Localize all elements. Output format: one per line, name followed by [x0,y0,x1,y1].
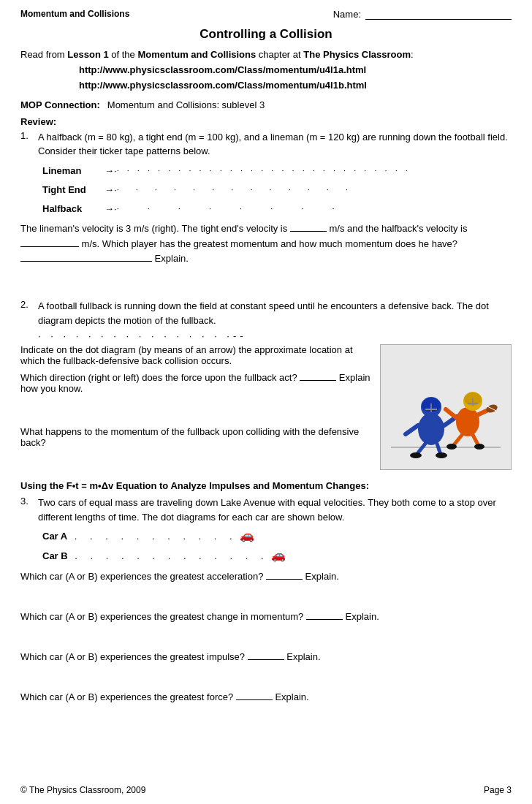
header-title: Momentum and Collisions [20,9,129,19]
lineman-label: Lineman [42,163,104,179]
q2-left-content: Indicate on the dot diagram (by means of… [20,344,373,470]
svg-line-6 [406,425,418,434]
halfback-dots: · · · · · · · · [117,202,348,216]
lineman-dots: · · · · · · · · · · · · · · · · · · · · … [117,164,411,178]
tight-end-velocity-blank[interactable] [290,221,327,232]
svg-line-19 [453,434,463,446]
url-2: http://www.physicsclassroom.com/Class/mo… [79,78,512,94]
football-svg [384,352,508,462]
q1-continuation: The lineman's velocity is 3 m/s (right).… [20,221,512,267]
q2-number: 2. [20,299,34,327]
footer-page: Page 3 [484,785,512,795]
q3-answer-3: Which car (A or B) experiences the great… [20,650,512,665]
using-section: Using the F•t = m•Δv Equation to Analyze… [20,480,512,705]
review-label: Review: [20,116,512,127]
car-a-label: Car A [42,531,67,542]
q1-text: A halfback (m = 80 kg), a tight end (m =… [38,130,512,159]
main-title: Controlling a Collision [20,27,512,42]
question-2: 2. A football fullback is running down t… [20,299,512,470]
q3-text: Two cars of equal mass are traveling dow… [38,496,512,524]
q2-momentum-space [20,448,373,470]
q3-blank-2[interactable] [306,610,343,620]
lineman-arrow: →· [104,163,117,179]
momentum-answer-blank[interactable] [20,251,152,262]
q2-direction-text: Which direction (right or left) does the… [20,371,373,394]
url-1: http://www.physicsclassroom.com/Class/mo… [79,63,512,78]
halfback-velocity-blank[interactable] [20,237,79,247]
q2-dot-row: · · · · · · · · · · · · · · · ·-- [38,330,512,341]
q3-answer-2-space [20,632,512,642]
q2-momentum-text: What happens to the momentum of the full… [20,426,373,448]
svg-point-1 [418,413,444,445]
q3-answer-1: Which car (A or B) experiences the great… [20,569,512,585]
mop-label: MOP Connection: [20,99,100,110]
q3-number: 3. [20,496,34,524]
page-header: Momentum and Collisions Name: [20,9,512,20]
svg-point-22 [474,444,484,450]
tight-end-row: Tight End →· · · · · · · · · · · · · · [42,182,512,198]
car-a-icon: 🚗 [240,529,254,542]
car-b-icon: 🚗 [271,549,286,561]
car-b-dots: . . . . . . . . . . . . . [75,550,268,561]
car-b-label: Car B [42,550,68,561]
halfback-label: Halfback [42,201,104,217]
svg-point-11 [436,452,447,458]
using-title: Using the F•t = m•Δv Equation to Analyze… [20,480,512,491]
tight-end-dots: · · · · · · · · · · · · · [117,183,355,197]
q3-answer-1-space [20,592,512,602]
car-a-dots: . . . . . . . . . . . [75,531,238,542]
question-3: 3. Two cars of equal mass are traveling … [20,496,512,524]
q2-indicate-text: Indicate on the dot diagram (by means of… [20,344,373,366]
name-input-line[interactable] [365,10,512,20]
q3-blank-1[interactable] [266,569,303,580]
halfback-row: Halfback →· · · · · · · · · [42,201,512,217]
tight-end-label: Tight End [42,182,104,198]
q3-blank-3[interactable] [248,650,284,660]
url-block: http://www.physicsclassroom.com/Class/mo… [79,63,512,94]
name-label: Name: [333,9,361,20]
football-illustration [380,344,512,470]
svg-point-10 [410,452,422,458]
q2-text-a: A football fullback is running down the … [38,299,512,327]
q1-number: 1. [20,130,34,159]
dot-diagrams-q1: Lineman →· · · · · · · · · · · · · · · ·… [42,163,512,217]
lineman-row: Lineman →· · · · · · · · · · · · · · · ·… [42,163,512,179]
q1-explain-space [20,267,512,289]
page-footer: © The Physics Classroom, 2009 Page 3 [20,785,512,795]
question-1: 1. A halfback (m = 80 kg), a tight end (… [20,130,512,289]
car-b-diagram: Car B . . . . . . . . . . . . . 🚗 [42,548,512,562]
svg-line-17 [446,409,457,418]
car-a-diagram: Car A . . . . . . . . . . . 🚗 [42,528,512,542]
q2-explain-space [20,398,373,419]
svg-point-21 [446,444,457,450]
tight-end-arrow: →· [104,182,117,198]
q3-answer-4: Which car (A or B) experiences the great… [20,690,512,705]
direction-blank[interactable] [300,371,336,381]
q3-answer-3-space [20,672,512,683]
mop-connection: MOP Connection: Momentum and Collisions:… [20,99,512,110]
q3-blank-4[interactable] [236,690,273,700]
q3-answer-2: Which car (A or B) experiences the great… [20,610,512,625]
footer-copyright: © The Physics Classroom, 2009 [20,785,145,795]
svg-point-12 [456,407,479,436]
mop-value: Momentum and Collisions: sublevel 3 [107,99,265,110]
q2-content-block: Indicate on the dot diagram (by means of… [20,344,512,470]
halfback-arrow: →· [104,201,117,217]
read-from-text: Read from Lesson 1 of the Momentum and C… [20,49,512,60]
